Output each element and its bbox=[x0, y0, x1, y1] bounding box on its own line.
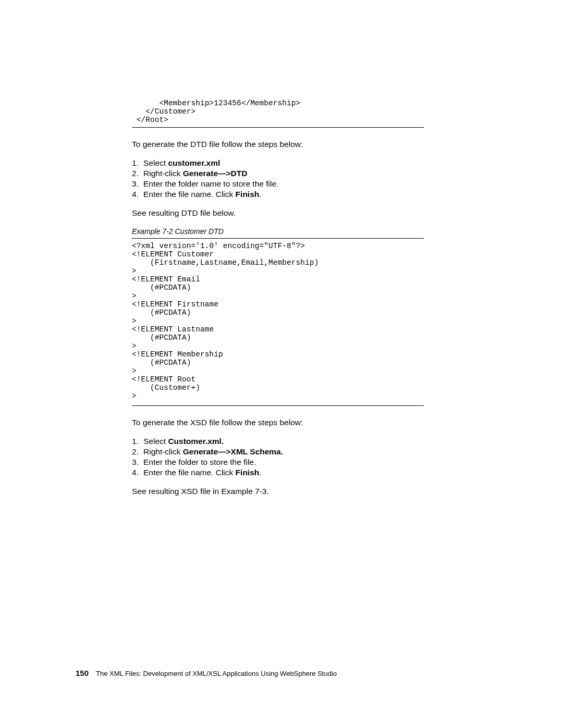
step-text: Select bbox=[143, 437, 168, 446]
code-dtd: <?xml version='1.0' encoding="UTF-8"?> <… bbox=[132, 242, 424, 400]
step-xsd-2: Right-click Generate—>XML Schema. bbox=[132, 447, 424, 457]
step-dtd-3: Enter the folder name to store the file. bbox=[132, 179, 424, 189]
step-text: Right-click bbox=[143, 169, 183, 178]
step-bold: Finish bbox=[236, 468, 260, 477]
step-bold: Generate—>DTD bbox=[183, 169, 248, 178]
step-text: Enter the folder name to store the file. bbox=[143, 179, 278, 188]
example-caption: Example 7-2 Customer DTD bbox=[132, 227, 424, 236]
see-dtd: See resulting DTD file below. bbox=[132, 208, 424, 218]
steps-dtd: Select customer.xml Right-click Generate… bbox=[132, 158, 424, 200]
step-bold: Generate—>XML Schema. bbox=[183, 447, 283, 456]
steps-xsd: Select Customer.xml. Right-click Generat… bbox=[132, 436, 424, 478]
step-xsd-1: Select Customer.xml. bbox=[132, 436, 424, 447]
step-text: Right-click bbox=[143, 447, 183, 456]
step-text: Enter the file name. Click bbox=[143, 190, 236, 199]
intro-dtd: To generate the DTD file follow the step… bbox=[132, 139, 424, 150]
step-bold: Finish bbox=[236, 190, 260, 199]
step-text: . bbox=[259, 190, 261, 199]
step-dtd-2: Right-click Generate—>DTD bbox=[132, 168, 424, 179]
step-text: . bbox=[259, 468, 261, 477]
step-xsd-4: Enter the file name. Click Finish. bbox=[132, 467, 424, 478]
code-fragment-top: <Membership>123456</Membership> </Custom… bbox=[132, 99, 424, 124]
step-text: Enter the folder to store the file. bbox=[143, 458, 256, 466]
step-xsd-3: Enter the folder to store the file. bbox=[132, 457, 424, 467]
step-dtd-1: Select customer.xml bbox=[132, 158, 424, 168]
running-header: The XML Files: Development of XML/XSL Ap… bbox=[96, 670, 337, 677]
content-area: <Membership>123456</Membership> </Custom… bbox=[132, 99, 424, 497]
step-bold: customer.xml bbox=[168, 158, 220, 167]
step-dtd-4: Enter the file name. Click Finish. bbox=[132, 189, 424, 200]
see-xsd: See resulting XSD file in Example 7-3. bbox=[132, 486, 424, 497]
page-number: 150 bbox=[76, 669, 89, 677]
intro-xsd: To generate the XSD file follow the step… bbox=[132, 417, 424, 428]
page-footer: 150The XML Files: Development of XML/XSL… bbox=[76, 669, 337, 678]
step-text: Select bbox=[143, 158, 168, 167]
step-text: Enter the file name. Click bbox=[143, 468, 236, 477]
step-bold: Customer.xml. bbox=[168, 437, 224, 446]
page: <Membership>123456</Membership> </Custom… bbox=[0, 0, 563, 728]
